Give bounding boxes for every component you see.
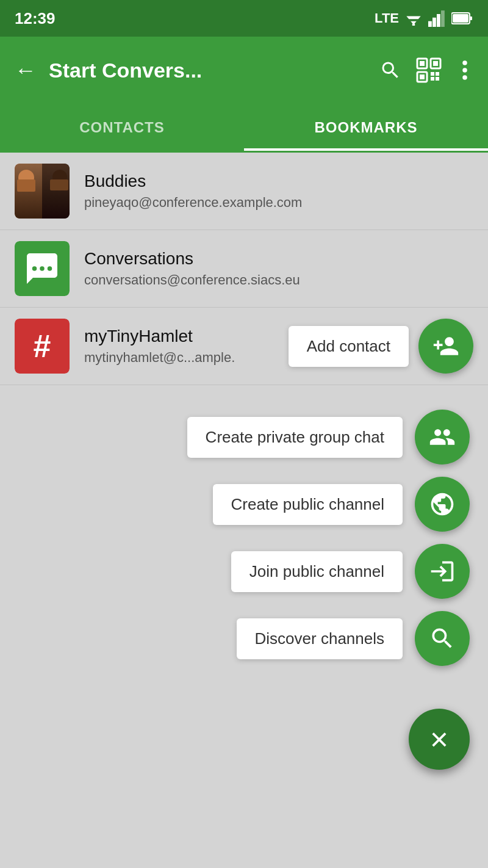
svg-rect-20 (436, 77, 439, 81)
search-circle-icon (429, 625, 456, 652)
public-icon (429, 491, 456, 518)
svg-point-24 (32, 266, 37, 271)
svg-point-22 (462, 68, 467, 73)
discover-channels-label[interactable]: Discover channels (237, 618, 403, 659)
avatar-mytinyhamlet: # (15, 319, 70, 374)
qr-icon[interactable] (416, 57, 442, 83)
discover-channels-fab[interactable] (415, 611, 470, 666)
login-icon (429, 558, 456, 585)
fab-menu: Create private group chat Create public … (0, 385, 488, 788)
status-time: 12:39 (15, 9, 56, 28)
contact-name-buddies: Buddies (84, 172, 473, 191)
create-private-group-label[interactable]: Create private group chat (187, 417, 403, 458)
fab-item-discover: Discover channels (0, 611, 470, 666)
tab-bookmarks[interactable]: BOOKMARKS (244, 104, 488, 151)
create-public-channel-label[interactable]: Create public channel (213, 484, 403, 525)
contact-name-mytinyhamlet: myTinyHamlet (84, 327, 289, 346)
svg-rect-12 (420, 61, 425, 66)
svg-rect-19 (431, 77, 434, 81)
svg-point-3 (412, 23, 415, 26)
app-bar-actions (379, 57, 473, 83)
svg-point-25 (40, 266, 45, 271)
create-private-group-fab[interactable] (415, 410, 470, 465)
fab-item-create-private: Create private group chat (0, 410, 470, 465)
tab-contacts[interactable]: CONTACTS (0, 104, 244, 151)
contact-info-buddies: Buddies pineyaqo@conference.example.com (84, 172, 473, 211)
lte-indicator: LTE (375, 10, 399, 26)
tabs-bar: CONTACTS BOOKMARKS (0, 104, 488, 153)
svg-rect-16 (420, 74, 425, 79)
person-add-icon (432, 333, 459, 360)
avatar-buddies (15, 164, 70, 219)
svg-rect-7 (441, 10, 445, 27)
group-add-icon (429, 424, 456, 450)
svg-rect-6 (437, 14, 440, 27)
svg-point-23 (462, 75, 467, 80)
add-contact-fab[interactable] (418, 319, 473, 374)
join-public-channel-fab[interactable] (415, 544, 470, 599)
battery-icon (451, 11, 473, 26)
contact-email-conversations: conversations@conference.siacs.eu (84, 272, 473, 288)
svg-point-26 (48, 266, 52, 271)
wifi-icon (405, 11, 422, 26)
fab-item-join-public: Join public channel (0, 544, 470, 599)
contact-item-buddies[interactable]: Buddies pineyaqo@conference.example.com (0, 153, 488, 230)
svg-rect-5 (432, 18, 436, 27)
contact-item-mytinyhamlet[interactable]: # myTinyHamlet mytinyhamlet@c...ample. A… (0, 308, 488, 385)
add-contact-tooltip[interactable]: Add contact (289, 326, 409, 367)
svg-rect-10 (453, 14, 468, 23)
svg-rect-17 (431, 72, 434, 76)
status-bar: 12:39 LTE (0, 0, 488, 37)
main-fab-close[interactable]: × (409, 709, 470, 770)
page-title: Start Convers... (49, 59, 367, 82)
close-icon: × (430, 721, 448, 758)
contact-info-mytinyhamlet: myTinyHamlet mytinyhamlet@c...ample. (84, 327, 289, 366)
contact-info-conversations: Conversations conversations@conference.s… (84, 249, 473, 288)
main-content: Buddies pineyaqo@conference.example.com … (0, 153, 488, 868)
hash-icon: # (34, 328, 51, 364)
app-bar: ← Start Convers... (0, 37, 488, 104)
back-button[interactable]: ← (15, 57, 37, 83)
svg-rect-18 (436, 72, 439, 76)
more-options-icon[interactable] (456, 59, 473, 81)
contact-name-conversations: Conversations (84, 249, 473, 269)
status-icons: LTE (375, 10, 473, 27)
contact-item-conversations[interactable]: Conversations conversations@conference.s… (0, 230, 488, 308)
svg-rect-14 (433, 61, 438, 66)
join-public-channel-label[interactable]: Join public channel (231, 551, 403, 592)
contact-email-mytinyhamlet: mytinyhamlet@c...ample. (84, 350, 289, 366)
search-icon[interactable] (379, 59, 401, 81)
signal-icon (428, 10, 445, 27)
avatar-conversations (15, 241, 70, 296)
contact-email-buddies: pineyaqo@conference.example.com (84, 195, 473, 211)
svg-rect-4 (428, 21, 432, 27)
fab-item-create-public: Create public channel (0, 477, 470, 532)
chat-bubble-icon (24, 250, 60, 287)
create-public-channel-fab[interactable] (415, 477, 470, 532)
svg-rect-9 (470, 16, 472, 20)
svg-point-21 (462, 60, 467, 65)
